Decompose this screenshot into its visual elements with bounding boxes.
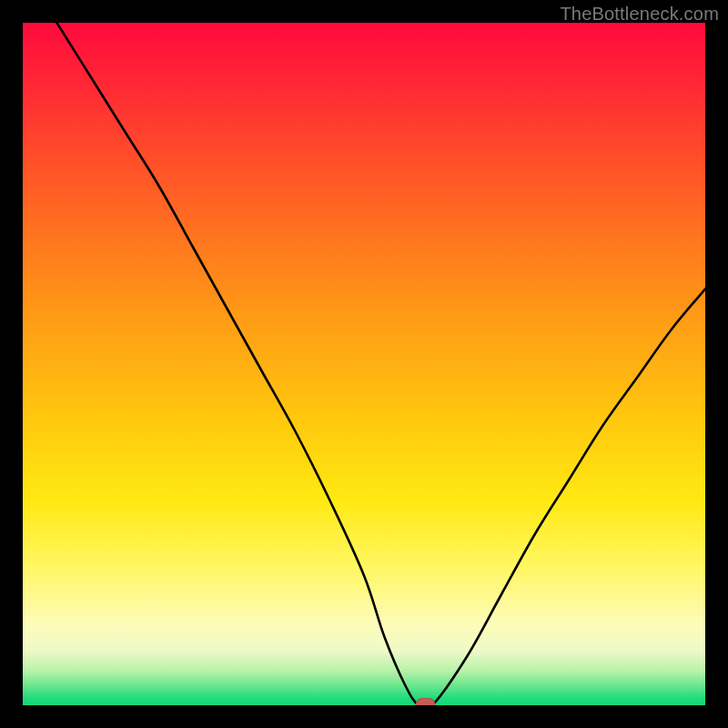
bottleneck-curve: [57, 23, 706, 705]
bottleneck-chart: [23, 23, 705, 705]
plot-area: [23, 23, 705, 705]
attribution-label: TheBottleneck.com: [560, 4, 719, 25]
chart-frame: TheBottleneck.com: [0, 0, 728, 728]
optimal-point-marker: [417, 699, 435, 706]
